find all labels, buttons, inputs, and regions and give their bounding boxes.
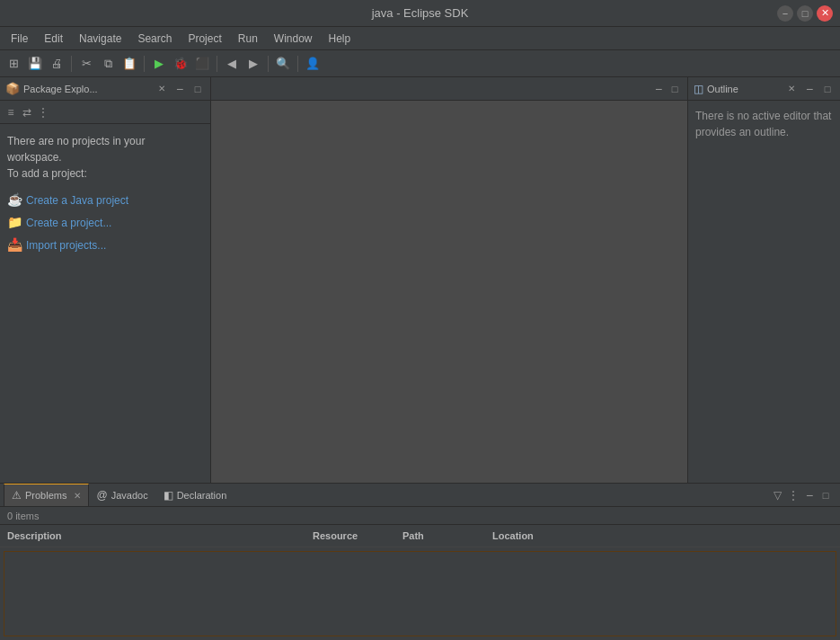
outline-icon: ◫ <box>694 83 703 95</box>
link-item-2: 📥 Import projects... <box>7 234 203 256</box>
outline-header: ◫ Outline ✕ − □ <box>688 77 840 101</box>
toolbar-cut-btn[interactable]: ✂ <box>76 54 96 74</box>
package-explorer-icon: 📦 <box>5 82 20 95</box>
toolbar-sep-1 <box>71 56 72 72</box>
tab-label-problems: Problems <box>25 490 66 501</box>
col-description: Description <box>0 529 305 543</box>
toolbar-stop-btn[interactable]: ⬛ <box>192 54 212 74</box>
bottom-tab-bar: ⚠Problems✕@Javadoc◧Declaration ▽ ⋮ − □ <box>0 484 840 507</box>
toolbar-next-btn[interactable]: ▶ <box>243 54 263 74</box>
menu-bar: FileEditNavigateSearchProjectRunWindowHe… <box>0 27 840 50</box>
package-explorer-panel: 📦 Package Explo... ✕ − □ ≡ ⇄ ⋮ There are… <box>0 77 211 483</box>
bottom-tab-javadoc[interactable]: @Javadoc <box>89 484 155 506</box>
editor-area: − □ <box>211 77 687 483</box>
bottom-tab-declaration[interactable]: ◧Declaration <box>156 484 235 506</box>
pkg-collapse-btn[interactable]: ≡ <box>4 105 18 120</box>
bottom-filter-btn[interactable]: ▽ <box>770 488 784 502</box>
toolbar-profile-btn[interactable]: 👤 <box>303 54 323 74</box>
outline-title: Outline <box>707 84 781 94</box>
project-icon: 📁 <box>7 213 22 232</box>
editor-controls: − □ <box>646 82 687 96</box>
package-explorer-maximize[interactable]: □ <box>190 82 205 96</box>
outline-no-editor-text: There is no active editor that provides … <box>695 110 831 138</box>
toolbar-sep-2 <box>144 56 145 72</box>
menu-item-search[interactable]: Search <box>130 31 179 47</box>
toolbar-sep-5 <box>297 56 298 72</box>
outline-close[interactable]: ✕ <box>784 82 799 96</box>
bottom-status-bar: 0 items <box>0 507 840 525</box>
package-explorer-minimize[interactable]: − <box>172 82 187 96</box>
minimize-button[interactable]: − <box>777 5 793 22</box>
col-location: Location <box>485 529 620 543</box>
toolbar-run-btn[interactable]: ▶ <box>149 54 169 74</box>
package-explorer-content: There are no projects in your workspace.… <box>0 124 210 483</box>
bottom-maximize[interactable]: □ <box>818 488 833 502</box>
table-header: DescriptionResourcePathLocation <box>0 525 840 547</box>
toolbar-prev-btn[interactable]: ◀ <box>222 54 242 74</box>
tab-close-problems[interactable]: ✕ <box>74 491 81 501</box>
bottom-minimize[interactable]: − <box>802 488 817 502</box>
title-bar: java - Eclipse SDK − □ ✕ <box>0 0 840 27</box>
table-body <box>4 551 836 636</box>
menu-item-edit[interactable]: Edit <box>37 31 70 47</box>
menu-item-file[interactable]: File <box>4 31 35 47</box>
window-title: java - Eclipse SDK <box>372 6 469 20</box>
window-controls: − □ ✕ <box>777 5 833 22</box>
outline-minimize[interactable]: − <box>802 82 817 96</box>
close-button[interactable]: ✕ <box>817 5 833 22</box>
menu-item-project[interactable]: Project <box>181 31 228 47</box>
menu-item-window[interactable]: Window <box>267 31 320 47</box>
items-count: 0 items <box>7 511 39 521</box>
java-project-icon: ☕ <box>7 191 22 209</box>
package-explorer-title: Package Explo... <box>23 84 151 94</box>
bottom-tab-controls: ▽ ⋮ − □ <box>770 488 836 502</box>
toolbar: ⊞ 💾 🖨 ✂ ⧉ 📋 ▶ 🐞 ⬛ ◀ ▶ 🔍 👤 <box>0 50 840 77</box>
import-projects-link[interactable]: 📥 Import projects... <box>7 234 203 256</box>
editor-maximize[interactable]: □ <box>668 82 682 96</box>
package-explorer-close[interactable]: ✕ <box>155 82 169 96</box>
toolbar-save-btn[interactable]: 💾 <box>25 54 45 74</box>
top-area: 📦 Package Explo... ✕ − □ ≡ ⇄ ⋮ There are… <box>0 77 840 483</box>
import-icon: 📥 <box>7 236 22 254</box>
toolbar-copy-btn[interactable]: ⧉ <box>98 54 118 74</box>
menu-item-navigate[interactable]: Navigate <box>72 31 128 47</box>
outline-content: There is no active editor that provides … <box>688 101 840 147</box>
toolbar-new-btn[interactable]: ⊞ <box>4 54 23 74</box>
tab-icon-declaration: ◧ <box>164 489 173 502</box>
toolbar-paste-btn[interactable]: 📋 <box>119 54 139 74</box>
bottom-tab-problems[interactable]: ⚠Problems✕ <box>4 484 89 506</box>
create-project-link[interactable]: 📁 Create a project... <box>7 211 203 234</box>
link-item-1: 📁 Create a project... <box>7 211 203 234</box>
bottom-more-btn[interactable]: ⋮ <box>786 488 800 502</box>
toolbar-debug-btn[interactable]: 🐞 <box>171 54 190 74</box>
editor-body <box>211 101 687 483</box>
editor-tab-bar: − □ <box>211 77 687 101</box>
package-explorer-header: 📦 Package Explo... ✕ − □ <box>0 77 210 101</box>
tab-icon-javadoc: @ <box>96 489 107 502</box>
outline-panel: ◫ Outline ✕ − □ There is no active edito… <box>687 77 840 483</box>
pkg-more-btn[interactable]: ⋮ <box>36 105 50 120</box>
outline-maximize[interactable]: □ <box>820 82 835 96</box>
bottom-panel: ⚠Problems✕@Javadoc◧Declaration ▽ ⋮ − □ 0… <box>0 483 840 640</box>
no-projects-text: There are no projects in your workspace.… <box>7 133 203 182</box>
maximize-button[interactable]: □ <box>797 5 813 22</box>
project-links: ☕ Create a Java project 📁 Create a proje… <box>7 189 203 256</box>
tab-label-javadoc: Javadoc <box>111 490 148 501</box>
editor-minimize[interactable]: − <box>651 82 666 96</box>
package-explorer-toolbar: ≡ ⇄ ⋮ <box>0 101 210 124</box>
pkg-sync-btn[interactable]: ⇄ <box>20 105 34 120</box>
create-java-project-link[interactable]: ☕ Create a Java project <box>7 189 203 211</box>
tab-icon-problems: ⚠ <box>12 489 22 502</box>
toolbar-search-btn[interactable]: 🔍 <box>273 54 293 74</box>
toolbar-print-btn[interactable]: 🖨 <box>47 54 66 74</box>
col-resource: Resource <box>305 529 395 543</box>
menu-item-run[interactable]: Run <box>231 31 265 47</box>
toolbar-sep-3 <box>217 56 217 72</box>
main-layout: 📦 Package Explo... ✕ − □ ≡ ⇄ ⋮ There are… <box>0 77 840 640</box>
tab-label-declaration: Declaration <box>177 490 227 501</box>
col-path: Path <box>395 529 485 543</box>
menu-item-help[interactable]: Help <box>322 31 358 47</box>
link-item-0: ☕ Create a Java project <box>7 189 203 211</box>
toolbar-sep-4 <box>268 56 269 72</box>
